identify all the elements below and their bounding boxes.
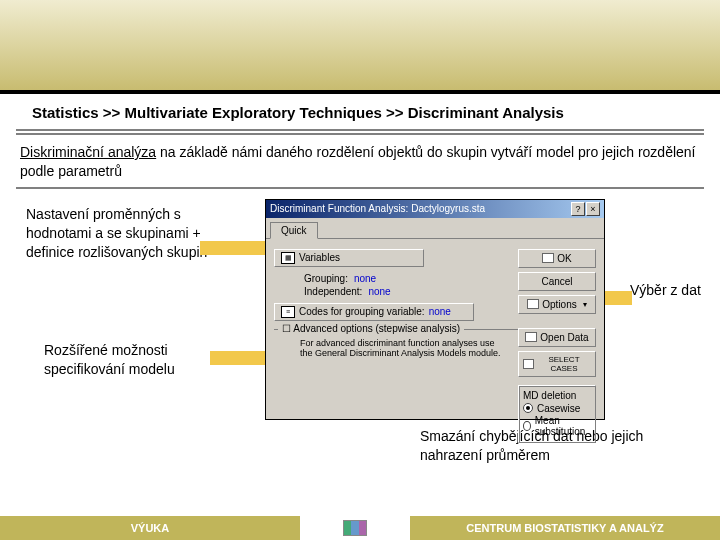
independent-value: none bbox=[368, 286, 390, 297]
breadcrumb: Statistics >> Multivariate Exploratory T… bbox=[0, 94, 720, 129]
radio-dot-icon bbox=[523, 421, 531, 431]
variables-button[interactable]: ▦ Variables bbox=[274, 249, 424, 267]
description-text: Diskriminační analýza na základě námi da… bbox=[0, 137, 720, 187]
divider bbox=[16, 133, 704, 135]
variables-label: Variables bbox=[299, 252, 340, 263]
footer-left: VÝUKA bbox=[0, 516, 300, 540]
variables-icon: ▦ bbox=[281, 252, 295, 264]
md-deletion-label: MD deletion bbox=[523, 390, 591, 401]
right-button-column: OK Cancel Options Open Data SELECT CASES… bbox=[518, 249, 596, 443]
arrow-icon bbox=[210, 351, 270, 365]
titlebar-buttons: ? × bbox=[571, 202, 600, 216]
close-icon[interactable]: × bbox=[586, 202, 600, 216]
cancel-button[interactable]: Cancel bbox=[518, 272, 596, 291]
radio-mean[interactable]: Mean substitution bbox=[523, 415, 591, 437]
grouping-value: none bbox=[354, 273, 376, 284]
tab-quick[interactable]: Quick bbox=[270, 222, 318, 239]
options-icon bbox=[527, 299, 539, 309]
dialog-body: ▦ Variables Grouping: none Independent: … bbox=[266, 239, 604, 419]
ok-icon bbox=[542, 253, 554, 263]
codes-button[interactable]: ≡ Codes for grouping variable: none bbox=[274, 303, 474, 321]
md-deletion-group: MD deletion Casewise Mean substitution bbox=[518, 385, 596, 443]
divider bbox=[16, 187, 704, 189]
dialog-title: Discriminant Function Analysis: Dactylog… bbox=[270, 203, 485, 214]
help-icon[interactable]: ? bbox=[571, 202, 585, 216]
footer: VÝUKA CENTRUM BIOSTATISTIKY A ANALÝZ bbox=[0, 516, 720, 540]
codes-label: Codes for grouping variable: bbox=[299, 306, 425, 317]
grouping-label: Grouping: bbox=[304, 273, 348, 284]
header-band bbox=[0, 0, 720, 90]
select-icon bbox=[523, 359, 534, 369]
arrow-icon bbox=[200, 241, 270, 255]
open-icon bbox=[525, 332, 537, 342]
content-area: Nastavení proměnných s hodnotami a se sk… bbox=[0, 191, 720, 481]
discriminant-dialog: Discriminant Function Analysis: Dactylog… bbox=[265, 199, 605, 420]
cba-logo-icon bbox=[343, 520, 367, 536]
footer-logo-area bbox=[300, 516, 410, 540]
codes-icon: ≡ bbox=[281, 306, 295, 318]
advanced-checkbox-label[interactable]: ☐ Advanced options (stepwise analysis) bbox=[278, 323, 464, 334]
codes-value: none bbox=[429, 306, 451, 317]
radio-casewise[interactable]: Casewise bbox=[523, 403, 591, 414]
select-cases-button[interactable]: SELECT CASES bbox=[518, 351, 596, 377]
dialog-titlebar: Discriminant Function Analysis: Dactylog… bbox=[266, 200, 604, 218]
options-button[interactable]: Options bbox=[518, 295, 596, 314]
description-underline: Diskriminační analýza bbox=[20, 144, 156, 160]
footer-right: CENTRUM BIOSTATISTIKY A ANALÝZ bbox=[410, 516, 720, 540]
ok-button[interactable]: OK bbox=[518, 249, 596, 268]
radio-dot-icon bbox=[523, 403, 533, 413]
divider bbox=[16, 129, 704, 131]
independent-label: Independent: bbox=[304, 286, 362, 297]
note-data-select: Výběr z dat bbox=[630, 281, 710, 300]
tab-strip: Quick bbox=[266, 218, 604, 239]
note-advanced: Rozšířené možnosti specifikování modelu bbox=[44, 341, 224, 379]
open-data-button[interactable]: Open Data bbox=[518, 328, 596, 347]
note-variables: Nastavení proměnných s hodnotami a se sk… bbox=[26, 205, 226, 262]
